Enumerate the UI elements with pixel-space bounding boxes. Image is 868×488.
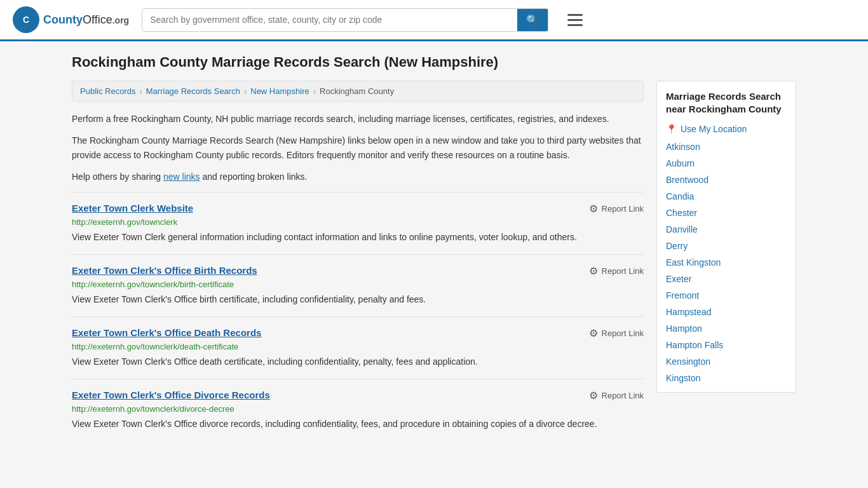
result-title-2[interactable]: Exeter Town Clerk's Office Death Records xyxy=(72,327,261,338)
report-link-1[interactable]: ⚙ Report Link xyxy=(589,265,644,277)
result-url-3[interactable]: http://exeternh.gov/townclerk/divorce-de… xyxy=(72,404,644,414)
breadcrumb: Public Records › Marriage Records Search… xyxy=(72,81,644,102)
report-label-0: Report Link xyxy=(602,204,644,214)
logo[interactable]: C CountyOffice.org xyxy=(13,6,129,33)
sidebar-link-exeter[interactable]: Exeter xyxy=(666,274,691,284)
page-title: Rockingham County Marriage Records Searc… xyxy=(72,54,796,71)
pin-icon: 📍 xyxy=(666,124,677,134)
report-link-3[interactable]: ⚙ Report Link xyxy=(589,390,644,402)
sidebar-link-item-9: Fremont xyxy=(666,290,787,301)
sidebar-link-chester[interactable]: Chester xyxy=(666,208,697,218)
description-3-suffix: and reporting broken links. xyxy=(200,172,308,182)
description-1: Perform a free Rockingham County, NH pub… xyxy=(72,112,644,126)
report-link-0[interactable]: ⚙ Report Link xyxy=(589,203,644,215)
content-layout: Public Records › Marriage Records Search… xyxy=(72,81,796,441)
menu-line-1 xyxy=(567,14,583,16)
result-desc-1: View Exeter Town Clerk's Office birth ce… xyxy=(72,293,644,306)
logo-text: CountyOffice.org xyxy=(43,13,129,27)
svg-text:C: C xyxy=(23,15,29,25)
breadcrumb-marriage-records-search[interactable]: Marriage Records Search xyxy=(146,86,240,96)
search-bar: 🔍 xyxy=(142,8,548,32)
result-desc-2: View Exeter Town Clerk's Office death ce… xyxy=(72,355,644,369)
sidebar-link-item-4: Chester xyxy=(666,208,787,218)
breadcrumb-sep-2: › xyxy=(244,86,247,96)
sidebar-link-item-0: Atkinson xyxy=(666,142,787,152)
sidebar-link-item-6: Derry xyxy=(666,241,787,251)
location-label: Use My Location xyxy=(681,124,747,134)
report-icon-3: ⚙ xyxy=(589,390,598,402)
sidebar-link-auburn[interactable]: Auburn xyxy=(666,158,695,168)
sidebar-link-atkinson[interactable]: Atkinson xyxy=(666,142,700,152)
sidebar-link-item-11: Hampton xyxy=(666,323,787,334)
search-button[interactable]: 🔍 xyxy=(517,9,548,31)
description-3: Help others by sharing new links and rep… xyxy=(72,170,644,184)
result-title-3[interactable]: Exeter Town Clerk's Office Divorce Recor… xyxy=(72,390,270,400)
sidebar-title: Marriage Records Search near Rockingham … xyxy=(666,90,787,115)
result-title-0[interactable]: Exeter Town Clerk Website xyxy=(72,203,193,214)
result-url-1[interactable]: http://exeternh.gov/townclerk/birth-cert… xyxy=(72,280,644,289)
report-icon-2: ⚙ xyxy=(589,327,598,339)
sidebar-link-item-7: East Kingston xyxy=(666,257,787,268)
report-label-1: Report Link xyxy=(602,266,644,276)
sidebar-link-candia[interactable]: Candia xyxy=(666,191,694,201)
menu-line-2 xyxy=(567,19,583,21)
sidebar-link-hampton[interactable]: Hampton xyxy=(666,323,702,334)
sidebar-link-item-8: Exeter xyxy=(666,274,787,284)
search-input[interactable] xyxy=(142,9,517,31)
result-title-1[interactable]: Exeter Town Clerk's Office Birth Records xyxy=(72,265,257,276)
sidebar-link-fremont[interactable]: Fremont xyxy=(666,290,699,301)
sidebar-link-derry[interactable]: Derry xyxy=(666,241,688,251)
result-item: Exeter Town Clerk's Office Birth Records… xyxy=(72,254,644,316)
breadcrumb-sep-1: › xyxy=(139,86,142,96)
main-content: Public Records › Marriage Records Search… xyxy=(72,81,644,441)
breadcrumb-new-hampshire[interactable]: New Hampshire xyxy=(250,86,309,96)
report-link-2[interactable]: ⚙ Report Link xyxy=(589,327,644,339)
use-my-location[interactable]: 📍 Use My Location xyxy=(666,124,787,134)
report-icon-0: ⚙ xyxy=(589,203,598,215)
sidebar-link-item-12: Hampton Falls xyxy=(666,340,787,350)
result-header: Exeter Town Clerk's Office Divorce Recor… xyxy=(72,390,644,402)
result-desc-3: View Exeter Town Clerk's Office divorce … xyxy=(72,417,644,431)
breadcrumb-rockingham-county: Rockingham County xyxy=(320,86,394,96)
description-3-prefix: Help others by sharing xyxy=(72,172,163,182)
result-url-2[interactable]: http://exeternh.gov/townclerk/death-cert… xyxy=(72,342,644,351)
sidebar-link-item-2: Brentwood xyxy=(666,175,787,185)
sidebar-link-item-10: Hampstead xyxy=(666,307,787,317)
result-url-0[interactable]: http://exeternh.gov/townclerk xyxy=(72,217,644,227)
site-header: C CountyOffice.org 🔍 xyxy=(0,0,868,41)
result-item: Exeter Town Clerk Website ⚙ Report Link … xyxy=(72,192,644,254)
sidebar-link-danville[interactable]: Danville xyxy=(666,224,698,234)
sidebar-link-item-5: Danville xyxy=(666,224,787,234)
report-label-2: Report Link xyxy=(602,329,644,338)
result-item: Exeter Town Clerk's Office Divorce Recor… xyxy=(72,379,644,441)
result-header: Exeter Town Clerk's Office Birth Records… xyxy=(72,265,644,277)
logo-icon: C xyxy=(13,6,39,33)
result-header: Exeter Town Clerk Website ⚙ Report Link xyxy=(72,203,644,215)
result-desc-0: View Exeter Town Clerk general informati… xyxy=(72,231,644,244)
sidebar-link-east-kingston[interactable]: East Kingston xyxy=(666,257,721,268)
results-list: Exeter Town Clerk Website ⚙ Report Link … xyxy=(72,192,644,441)
result-item: Exeter Town Clerk's Office Death Records… xyxy=(72,316,644,379)
search-icon: 🔍 xyxy=(526,15,539,25)
sidebar-link-item-1: Auburn xyxy=(666,158,787,168)
menu-button[interactable] xyxy=(567,14,583,26)
sidebar-link-item-14: Kingston xyxy=(666,373,787,383)
sidebar: Marriage Records Search near Rockingham … xyxy=(656,81,796,393)
sidebar-link-kensington[interactable]: Kensington xyxy=(666,356,710,367)
sidebar-link-item-13: Kensington xyxy=(666,356,787,367)
sidebar-link-hampton-falls[interactable]: Hampton Falls xyxy=(666,340,723,350)
breadcrumb-public-records[interactable]: Public Records xyxy=(80,86,135,96)
sidebar-link-kingston[interactable]: Kingston xyxy=(666,373,700,383)
new-links-link[interactable]: new links xyxy=(163,172,200,182)
menu-line-3 xyxy=(567,24,583,26)
description-2: The Rockingham County Marriage Records S… xyxy=(72,133,644,162)
sidebar-link-brentwood[interactable]: Brentwood xyxy=(666,175,709,185)
breadcrumb-sep-3: › xyxy=(313,86,316,96)
sidebar-link-hampstead[interactable]: Hampstead xyxy=(666,307,712,317)
report-icon-1: ⚙ xyxy=(589,265,598,277)
sidebar-link-item-3: Candia xyxy=(666,191,787,201)
sidebar-links: AtkinsonAuburnBrentwoodCandiaChesterDanv… xyxy=(666,142,787,383)
page-wrap: Rockingham County Marriage Records Searc… xyxy=(59,41,809,454)
result-header: Exeter Town Clerk's Office Death Records… xyxy=(72,327,644,339)
report-label-3: Report Link xyxy=(602,391,644,400)
